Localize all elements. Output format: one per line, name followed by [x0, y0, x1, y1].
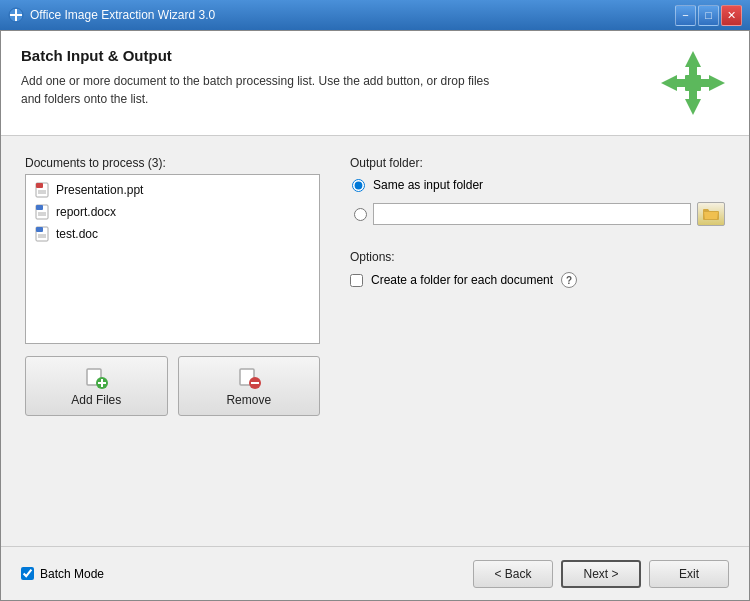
svg-rect-13	[36, 183, 43, 188]
list-item[interactable]: test.doc	[26, 223, 319, 245]
add-files-button[interactable]: Add Files	[25, 356, 168, 416]
file-doc-icon	[34, 226, 50, 242]
svg-rect-7	[689, 87, 697, 101]
exit-button[interactable]: Exit	[649, 560, 729, 588]
action-buttons: Add Files Remove	[25, 356, 320, 416]
create-folder-checkbox[interactable]	[350, 274, 363, 287]
main-window: Batch Input & Output Add one or more doc…	[0, 30, 750, 601]
header-area: Batch Input & Output Add one or more doc…	[1, 31, 749, 136]
custom-path-row	[354, 202, 725, 226]
svg-rect-5	[689, 65, 697, 79]
close-button[interactable]: ✕	[721, 5, 742, 26]
left-panel: Documents to process (3): Presentation.p…	[25, 156, 320, 526]
options-label: Options:	[350, 250, 725, 264]
svg-marker-4	[685, 51, 701, 67]
add-files-icon	[84, 365, 108, 389]
app-icon	[8, 7, 24, 23]
page-description: Add one or more document to the batch pr…	[21, 72, 501, 108]
file-name: Presentation.ppt	[56, 183, 143, 197]
remove-button[interactable]: Remove	[178, 356, 321, 416]
window-controls: − □ ✕	[675, 5, 742, 26]
list-item[interactable]: report.docx	[26, 201, 319, 223]
svg-rect-11	[697, 79, 711, 87]
create-folder-label: Create a folder for each document	[371, 273, 553, 287]
custom-path-input[interactable]	[373, 203, 691, 225]
title-bar: Office Image Extraction Wizard 3.0 − □ ✕	[0, 0, 750, 30]
batch-mode-checkbox[interactable]	[21, 567, 34, 580]
svg-marker-6	[685, 99, 701, 115]
maximize-button[interactable]: □	[698, 5, 719, 26]
back-button[interactable]: < Back	[473, 560, 553, 588]
svg-rect-21	[36, 227, 43, 232]
options-section: Options: Create a folder for each docume…	[350, 250, 725, 288]
footer: Batch Mode < Back Next > Exit	[1, 546, 749, 600]
footer-buttons: < Back Next > Exit	[473, 560, 729, 588]
minimize-button[interactable]: −	[675, 5, 696, 26]
create-folder-row[interactable]: Create a folder for each document ?	[350, 272, 725, 288]
remove-label: Remove	[226, 393, 271, 407]
output-folder-label: Output folder:	[350, 156, 725, 170]
help-icon[interactable]: ?	[561, 272, 577, 288]
remove-icon	[237, 365, 261, 389]
custom-folder-radio[interactable]	[354, 208, 367, 221]
output-folder-section: Output folder: Same as input folder	[350, 156, 725, 226]
file-name: report.docx	[56, 205, 116, 219]
svg-rect-17	[36, 205, 43, 210]
svg-marker-8	[661, 75, 677, 91]
same-folder-radio-row[interactable]: Same as input folder	[352, 178, 725, 192]
next-button[interactable]: Next >	[561, 560, 641, 588]
same-folder-radio[interactable]	[352, 179, 365, 192]
same-folder-label: Same as input folder	[373, 178, 483, 192]
file-list[interactable]: Presentation.ppt report.docx	[25, 174, 320, 344]
svg-marker-10	[709, 75, 725, 91]
list-label: Documents to process (3):	[25, 156, 320, 170]
svg-rect-9	[675, 79, 689, 87]
right-panel: Output folder: Same as input folder	[350, 156, 725, 526]
file-ppt-icon	[34, 182, 50, 198]
list-item[interactable]: Presentation.ppt	[26, 179, 319, 201]
file-name: test.doc	[56, 227, 98, 241]
header-text: Batch Input & Output Add one or more doc…	[21, 47, 501, 108]
logo-icon	[657, 47, 729, 119]
page-heading: Batch Input & Output	[21, 47, 501, 64]
add-files-label: Add Files	[71, 393, 121, 407]
folder-icon	[703, 208, 719, 220]
content-area: Documents to process (3): Presentation.p…	[1, 136, 749, 546]
file-docx-icon	[34, 204, 50, 220]
output-radio-group: Same as input folder	[352, 178, 725, 226]
batch-mode-label: Batch Mode	[40, 567, 104, 581]
browse-button[interactable]	[697, 202, 725, 226]
batch-mode-row[interactable]: Batch Mode	[21, 567, 104, 581]
window-title: Office Image Extraction Wizard 3.0	[30, 8, 675, 22]
